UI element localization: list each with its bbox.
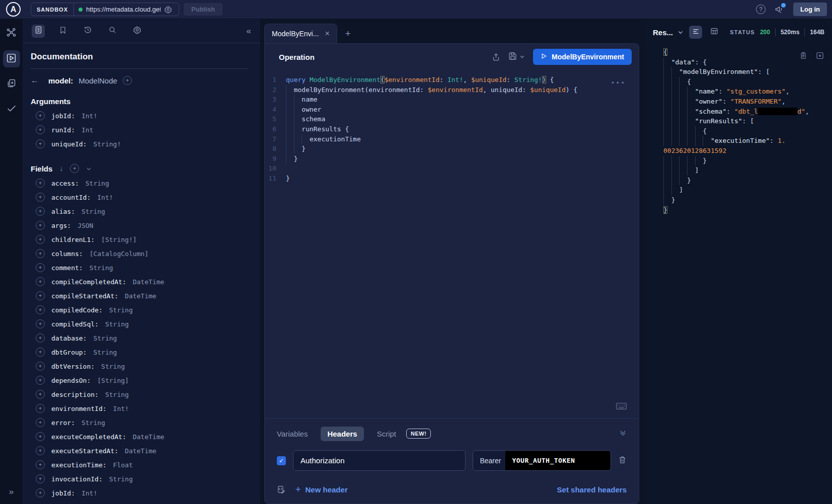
code-line[interactable]: 11} [265, 174, 639, 184]
field-name[interactable]: accountId: [51, 194, 91, 201]
add-to-query-button[interactable]: + [36, 390, 45, 399]
apollo-logo[interactable]: A [6, 2, 21, 17]
field-row[interactable]: +executeCompletedAt:DateTime [31, 430, 248, 444]
field-type[interactable]: Int! [82, 112, 97, 120]
run-operation-button[interactable]: ModelByEnvironment [533, 49, 632, 65]
add-to-query-button[interactable]: + [36, 139, 45, 148]
sidebar-item-checks[interactable] [3, 101, 20, 118]
field-name[interactable]: error: [51, 419, 75, 427]
field-row[interactable]: +dbtVersion:String [31, 359, 248, 373]
add-to-query-button[interactable]: + [36, 348, 45, 357]
field-row[interactable]: +access:String [31, 176, 248, 190]
field-name[interactable]: uniqueId: [51, 140, 87, 148]
field-name[interactable]: database: [51, 334, 87, 342]
field-name[interactable]: dependsOn: [51, 377, 91, 384]
field-row[interactable]: +columns:[CatalogColumn] [31, 246, 248, 261]
tab-headers[interactable]: Headers [321, 427, 363, 441]
field-name[interactable]: alias: [51, 208, 75, 215]
bookmarks-tab-button[interactable] [56, 25, 69, 38]
add-to-query-button[interactable]: + [36, 249, 45, 258]
back-arrow-icon[interactable]: ← [31, 76, 39, 85]
argument-row[interactable]: +jobId:Int! [31, 109, 248, 123]
field-name[interactable]: compiledSql: [51, 320, 99, 328]
editor-overflow-menu[interactable]: ••• [611, 78, 626, 88]
field-name[interactable]: args: [51, 222, 71, 229]
new-header-button[interactable]: + New header [295, 484, 348, 495]
header-key-input[interactable] [293, 450, 466, 471]
publish-button[interactable]: Publish [184, 3, 222, 16]
share-icon[interactable] [492, 53, 500, 61]
settings-tab-button[interactable] [130, 25, 143, 38]
sidebar-item-schema[interactable] [3, 25, 20, 42]
add-to-query-button[interactable]: + [36, 207, 45, 216]
field-type[interactable]: [String] [97, 377, 129, 384]
field-name[interactable]: access: [51, 180, 79, 187]
field-name[interactable]: columns: [51, 250, 83, 258]
code-line[interactable]: 5 schema [265, 114, 639, 124]
field-name[interactable]: compileCompletedAt: [51, 278, 126, 286]
endpoint-url[interactable]: https://metadata.cloud.getd [86, 6, 161, 13]
field-type[interactable]: Int! [113, 405, 129, 412]
graphql-editor[interactable]: 1query ModelByEnvironment($environmentId… [265, 70, 639, 418]
field-type[interactable]: String [101, 363, 125, 370]
field-name[interactable]: executionTime: [51, 461, 107, 469]
add-to-query-button[interactable]: + [36, 333, 45, 343]
search-tab-button[interactable] [106, 25, 119, 38]
set-shared-headers-button[interactable]: Set shared headers [557, 485, 627, 494]
add-to-query-button[interactable]: + [36, 221, 45, 230]
field-type[interactable]: DateTime [125, 292, 157, 300]
field-type[interactable]: String [105, 320, 129, 328]
code-line[interactable]: 3 name [265, 95, 639, 105]
field-row[interactable]: +environmentId:Int! [31, 401, 248, 415]
field-row[interactable]: +executeStartedAt:DateTime [31, 444, 248, 458]
add-to-query-button[interactable]: + [36, 277, 45, 286]
code-line[interactable]: 7 executionTime [265, 134, 639, 144]
raw-view-button[interactable] [689, 26, 702, 39]
field-name[interactable]: executeCompletedAt: [51, 433, 126, 441]
field-type[interactable]: DateTime [133, 433, 165, 441]
collapse-section-chevrons-icon[interactable] [619, 429, 627, 439]
field-row[interactable]: +args:JSON [31, 218, 248, 232]
argument-row[interactable]: +runId:Int [31, 123, 248, 137]
announcements-megaphone-icon[interactable] [775, 5, 784, 14]
collapse-panel-button[interactable]: « [247, 26, 251, 36]
field-row[interactable]: +dbtGroup:String [31, 345, 248, 359]
field-name[interactable]: dbtGroup: [51, 349, 87, 356]
code-line[interactable]: 1query ModelByEnvironment($environmentId… [265, 75, 639, 85]
close-tab-icon[interactable]: × [325, 29, 329, 38]
help-icon[interactable]: ? [756, 5, 766, 14]
add-to-query-button[interactable]: + [36, 376, 45, 385]
code-line[interactable]: 6 runResults { [265, 124, 639, 134]
add-to-query-button[interactable]: + [36, 235, 45, 244]
code-line[interactable]: 8 } [265, 144, 639, 154]
add-to-query-button[interactable]: + [36, 418, 45, 427]
add-to-query-button[interactable]: + [36, 291, 45, 300]
field-type[interactable]: DateTime [125, 447, 157, 455]
field-name[interactable]: executeStartedAt: [51, 447, 118, 455]
add-to-query-button[interactable]: + [36, 362, 45, 371]
field-type[interactable]: JSON [78, 222, 93, 229]
field-row[interactable]: +dependsOn:[String] [31, 373, 248, 387]
field-type[interactable]: [CatalogColumn] [90, 250, 148, 258]
field-type[interactable]: String! [93, 140, 121, 148]
field-type[interactable]: Int [82, 126, 93, 134]
field-name[interactable]: runId: [51, 126, 75, 134]
add-field-to-query-button[interactable]: + [123, 76, 132, 85]
add-to-query-button[interactable]: + [36, 263, 45, 272]
keyboard-shortcuts-icon[interactable] [616, 402, 627, 413]
delete-header-button[interactable] [618, 455, 627, 466]
environment-variables-icon[interactable] [277, 485, 285, 494]
field-row[interactable]: +database:String [31, 331, 248, 345]
code-line[interactable]: 2 modelByEnvironment(environmentId: $env… [265, 85, 639, 95]
field-name[interactable]: compileStartedAt: [51, 292, 118, 300]
endpoint-url-field[interactable]: https://metadata.cloud.getd [74, 3, 179, 16]
field-row[interactable]: +compileStartedAt:DateTime [31, 289, 248, 303]
code-line[interactable]: 10 [265, 163, 639, 174]
field-type[interactable]: Int! [82, 489, 97, 497]
table-view-button[interactable] [708, 26, 721, 39]
field-type[interactable]: String [93, 349, 117, 356]
field-row[interactable]: +executionTime:Float [31, 458, 248, 472]
field-type[interactable]: String [82, 208, 105, 215]
field-row[interactable]: +comment:String [31, 261, 248, 275]
field-name[interactable]: jobId: [51, 112, 75, 120]
